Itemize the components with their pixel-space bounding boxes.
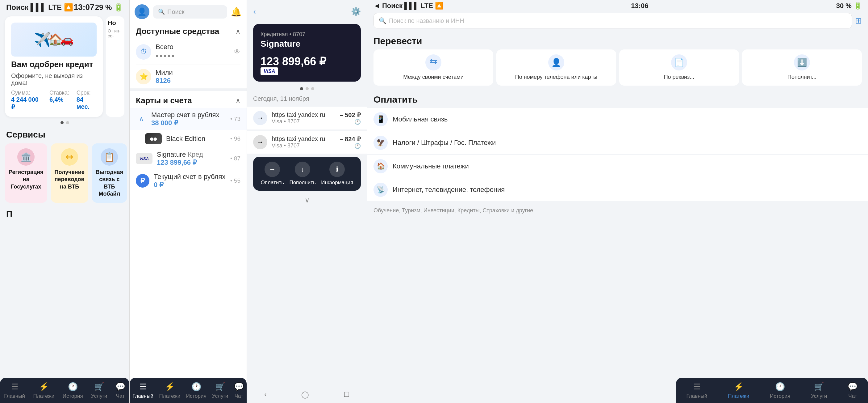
android-nav: ‹ ◯ ☐	[247, 386, 367, 403]
time-1: 13:07	[74, 2, 94, 12]
pay-utilities[interactable]: 🏠 Коммунальные платежи	[367, 155, 868, 178]
transfer-by-phone[interactable]: 👤 По номеру телефона или карты	[496, 50, 616, 86]
pay-taxes[interactable]: 🦅 Налоги / Штрафы / Гос. Платежи	[367, 131, 868, 154]
home-icon-4: ☰	[693, 382, 701, 392]
taxes-icon: 🦅	[373, 136, 388, 150]
panel4-header: 🔍 Поиск по названию и ИНН ⊞	[367, 10, 868, 31]
avatar: 👤	[134, 4, 149, 19]
promo-image: ✈️ 🏠 🚗	[11, 23, 97, 57]
transfer-by-requisites[interactable]: 📄 По реквиз...	[619, 50, 739, 86]
services-icon-2: 🛒	[215, 382, 225, 392]
promo-card[interactable]: ✈️ 🏠 🚗 Вам одобрен кредит Оформите, не в…	[5, 17, 103, 117]
search-bar-2[interactable]: 🔍 Поиск	[153, 5, 227, 19]
settings-icon[interactable]: ⚙️	[351, 7, 361, 17]
nav-payments-4[interactable]: ⚡ Платежи	[728, 382, 749, 399]
services-icon-1: 🛒	[94, 382, 104, 392]
status-bar-4: ◄ Поиск ▌▌▌ LTE 🔼 13:06 30 % 🔋	[367, 0, 868, 10]
topup-action-btn[interactable]: ↓ Пополнить	[289, 162, 315, 186]
available-funds-title: Доступные средства	[136, 27, 219, 36]
nav-home-1[interactable]: ☰ Главный	[4, 382, 25, 399]
nav-services-1[interactable]: 🛒 Услуги	[91, 382, 107, 399]
promo-title: Вам одобрен кредит	[11, 60, 97, 69]
nav-services-4[interactable]: 🛒 Услуги	[811, 382, 827, 399]
nav-history-2[interactable]: 🕐 История	[186, 382, 207, 399]
nav-history-1[interactable]: 🕐 История	[63, 382, 83, 399]
transaction-item-1[interactable]: → https taxi yandex ru Visa • 8707 – 502…	[247, 107, 367, 129]
current-ruble-info: Текущий счет в рублях 0 ₽	[154, 173, 226, 189]
action-popup: → Оплатить ↓ Пополнить ℹ Информация	[253, 157, 361, 191]
cards-accounts-header: Карты и счета ∧	[130, 91, 247, 108]
card-dots-row	[247, 87, 367, 90]
search-bar-4[interactable]: 🔍 Поиск по названию и ИНН	[373, 13, 852, 28]
panel-home: Поиск ▌▌▌ LTE 🔼 13:07 29 % 🔋 ✈️ 🏠 🚗 Вам …	[0, 0, 130, 403]
transfer-between-accounts[interactable]: Между своими счетами	[373, 50, 493, 86]
promo-rate: Ставка: 6,4%	[50, 90, 69, 111]
star-icon: ⭐	[136, 69, 151, 84]
transaction-item-2[interactable]: → https taxi yandex ru Visa • 8707 – 824…	[247, 131, 367, 153]
nav-payments-1[interactable]: ⚡ Платежи	[33, 382, 54, 399]
transfer-topup[interactable]: ⬇️ Пополнит...	[742, 50, 862, 86]
signature-card-item[interactable]: VISA Signature Кред 123 899,66 ₽ • 87	[130, 147, 247, 170]
transaction-info-1: https taxi yandex ru Visa • 8707	[272, 111, 335, 125]
transaction-info-2: https taxi yandex ru Visa • 8707	[272, 135, 335, 149]
service-mobile[interactable]: 📋 Выгодная связь с ВТБ Мобайл	[92, 143, 127, 203]
chevron-down-icon[interactable]: ∨	[305, 196, 310, 204]
nav-home-4[interactable]: ☰ Главный	[686, 382, 708, 399]
notification-icon[interactable]: 🔔	[231, 7, 242, 17]
android-back-btn[interactable]: ‹	[264, 391, 267, 399]
back-icon[interactable]: ‹	[253, 7, 256, 17]
pay-internet[interactable]: 📡 Интернет, телевидение, телефония	[367, 178, 868, 201]
service-transfers[interactable]: Получение переводов на ВТБ	[51, 143, 88, 203]
status-bar-3	[247, 0, 367, 2]
android-home-btn[interactable]: ◯	[301, 391, 309, 399]
pay-action-icon: →	[265, 162, 280, 177]
total-account-item[interactable]: ⏱ Всего ••••• 👁	[130, 39, 247, 65]
qr-icon[interactable]: ⊞	[855, 16, 862, 26]
transaction-icon-2: →	[253, 135, 267, 149]
service-gosuslugi[interactable]: 🏛️ Регистрация на Госуслугах	[5, 143, 47, 203]
miles-account-item[interactable]: ⭐ Мили 8126	[130, 65, 247, 88]
topup-action-icon: ↓	[295, 162, 310, 177]
time-4: 13:06	[631, 2, 648, 10]
info-action-btn[interactable]: ℹ Информация	[321, 162, 353, 186]
android-recents-btn[interactable]: ☐	[344, 391, 350, 399]
card-amount: 123 899,66 ₽	[260, 55, 353, 68]
visa-card-thumbnail: VISA	[136, 153, 153, 164]
available-funds-header: Доступные средства ∧	[130, 22, 247, 39]
nav-chat-4[interactable]: 💬 Чат	[848, 382, 858, 399]
nav-chat-1[interactable]: 💬 Чат	[116, 382, 125, 399]
history-icon-4: 🕐	[775, 382, 785, 392]
nav-history-4[interactable]: 🕐 История	[770, 382, 790, 399]
bottom-nav-1: ☰ Главный ⚡ Платежи 🕐 История 🛒 Услуги 💬…	[0, 378, 129, 403]
next-card-hint: Но От ин- со-	[106, 17, 124, 117]
transaction-icon-1: →	[253, 111, 267, 125]
nav-home-2[interactable]: ☰ Главный	[132, 382, 153, 399]
signal-left: Поиск ▌▌▌ LTE 🔼	[6, 3, 73, 12]
card-dot-active	[300, 87, 303, 90]
timer-icon: ⏱	[136, 44, 151, 60]
current-ruble-account-item[interactable]: ₽ Текущий счет в рублях 0 ₽ • 55	[130, 170, 247, 192]
total-info: Всего •••••	[156, 43, 229, 61]
history-icon-1: 🕐	[68, 382, 78, 392]
requisites-icon: 📄	[671, 54, 687, 70]
pay-action-btn[interactable]: → Оплатить	[261, 162, 284, 186]
panel-payments: ◄ Поиск ▌▌▌ LTE 🔼 13:06 30 % 🔋 🔍 Поиск п…	[367, 0, 868, 403]
black-edition-card-item[interactable]: ⬤⬤ Black Edition • 96	[130, 130, 247, 147]
signal-4: ◄ Поиск ▌▌▌ LTE 🔼	[373, 2, 443, 10]
search-icon-4: 🔍	[379, 17, 386, 24]
dots-indicator-1	[0, 121, 129, 124]
bottom-nav-4: ☰ Главный ⚡ Платежи 🕐 История 🛒 Услуги 💬…	[676, 378, 868, 403]
chevron-up-icon[interactable]: ∧	[236, 28, 241, 35]
card-dot-2	[311, 87, 314, 90]
nav-payments-2[interactable]: ⚡ Платежи	[159, 382, 180, 399]
master-account-item[interactable]: ∧ Мастер счет в рублях 38 000 ₽ • 73	[130, 108, 247, 130]
card-dot-1	[306, 87, 309, 90]
promo-subtitle: Оформите, не выходя из дома!	[11, 72, 97, 87]
nav-services-2[interactable]: 🛒 Услуги	[212, 382, 228, 399]
eye-icon[interactable]: 👁	[234, 48, 241, 56]
nav-chat-2[interactable]: 💬 Чат	[234, 382, 244, 399]
chevron-up-icon-2[interactable]: ∧	[236, 97, 241, 105]
visa-logo: VISA	[260, 68, 278, 74]
black-card-thumbnail: ⬤⬤	[145, 133, 162, 144]
pay-mobile[interactable]: 📱 Мобильная связь	[367, 108, 868, 131]
